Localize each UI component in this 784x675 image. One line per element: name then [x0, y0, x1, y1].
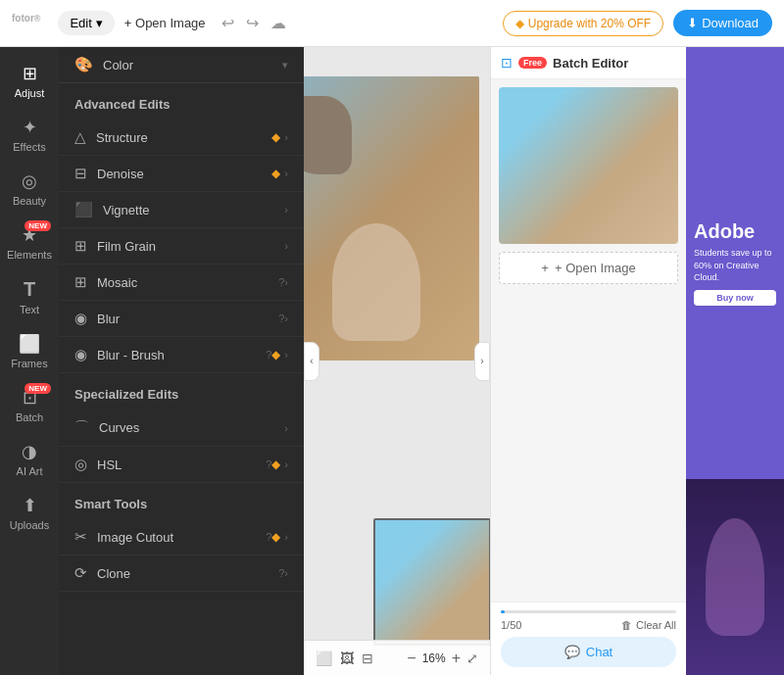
- sidebar-label-text: Text: [20, 304, 39, 315]
- color-icon: 🎨: [74, 56, 93, 73]
- main-area: ⊞ Adjust ✦ Effects ◎ Beauty NEW ★ Elemen…: [0, 47, 784, 675]
- panel-item-image-cutout[interactable]: ✂ Image Cutout ? ◆ ›: [59, 519, 304, 555]
- redo-button[interactable]: ↪: [244, 12, 261, 34]
- open-image-button[interactable]: + Open Image: [124, 16, 206, 30]
- mosaic-arrow-icon: ›: [284, 276, 288, 288]
- advanced-edits-header: Advanced Edits: [59, 83, 304, 120]
- panel-item-structure[interactable]: △ Structure ◆ ›: [59, 120, 304, 156]
- sidebar-item-adjust[interactable]: ⊞ Adjust: [0, 55, 59, 107]
- ad-figure: [706, 518, 764, 636]
- download-label: Download: [702, 16, 759, 30]
- image-cutout-premium-icon: ◆: [271, 530, 280, 544]
- mosaic-icon: ⊞: [74, 273, 87, 291]
- chevron-down-icon: ▾: [96, 16, 103, 30]
- panel-structure-label: Structure: [96, 130, 271, 145]
- panel-item-hsl[interactable]: ◎ HSL ? ◆ ›: [59, 447, 304, 483]
- main-photo: [304, 76, 479, 361]
- panel-hsl-label: HSL: [97, 458, 262, 472]
- logo-text: fotor: [12, 13, 34, 24]
- canvas-tools: ⬜ 🖼 ⊟: [316, 651, 373, 666]
- ad-top: Adobe Students save up to 60% on Creativ…: [686, 47, 784, 479]
- logo: fotor®: [12, 12, 40, 34]
- canvas-tool-image-icon[interactable]: 🖼: [340, 651, 354, 666]
- free-badge: Free: [518, 57, 547, 69]
- sidebar-item-text[interactable]: T Text: [0, 270, 59, 323]
- download-button[interactable]: ⬇ Download: [673, 10, 772, 36]
- batch-footer: 1/50 🗑 Clear All 💬 Chat: [491, 602, 686, 675]
- color-expand-icon: ▾: [282, 59, 288, 72]
- chat-icon: 💬: [564, 645, 580, 659]
- batch-open-image-button[interactable]: + + Open Image: [499, 252, 678, 284]
- upgrade-label: Upgrade with 20% OFF: [528, 17, 651, 30]
- sidebar-label-frames: Frames: [11, 358, 47, 369]
- rock-decoration: [304, 96, 352, 174]
- zoom-controls: − 16% + ⤢: [407, 650, 478, 667]
- undo-button[interactable]: ↩: [220, 12, 236, 34]
- image-cutout-icon: ✂: [74, 528, 87, 546]
- upgrade-button[interactable]: ◆ Upgrade with 20% OFF: [503, 11, 663, 36]
- download-icon: ⬇: [687, 16, 698, 30]
- specialized-edits-header: Specialized Edits: [59, 373, 304, 410]
- panel-item-clone[interactable]: ⟳ Clone ? ›: [59, 555, 304, 592]
- batch-editor-icon: ⊡: [501, 55, 513, 71]
- panel-blur-brush-label: Blur - Brush: [97, 348, 262, 362]
- zoom-in-button[interactable]: +: [452, 650, 461, 667]
- frames-icon: ⬜: [19, 333, 40, 355]
- structure-icon: △: [74, 128, 86, 146]
- denoise-arrow-icon: ›: [284, 168, 288, 179]
- sidebar-item-ai-art[interactable]: ◑ AI Art: [0, 433, 59, 485]
- panel-item-film-grain[interactable]: ⊞ Film Grain ›: [59, 228, 304, 265]
- panel-film-grain-label: Film Grain: [97, 239, 284, 254]
- canvas-tool-box-icon[interactable]: ⬜: [316, 651, 332, 666]
- panel-item-blur-brush[interactable]: ◉ Blur - Brush ? ◆ ›: [59, 337, 304, 373]
- curves-icon: ⌒: [74, 418, 89, 437]
- batch-main-thumbnail: [499, 87, 678, 244]
- ad-buy-button[interactable]: Buy now: [694, 290, 776, 306]
- batch-badge: NEW: [24, 383, 51, 394]
- edit-button[interactable]: Edit ▾: [58, 11, 114, 35]
- clear-all-button[interactable]: 🗑 Clear All: [621, 619, 676, 631]
- blur-icon: ◉: [74, 310, 87, 327]
- zoom-out-button[interactable]: −: [407, 650, 416, 667]
- sidebar-label-batch: Batch: [16, 411, 43, 423]
- clear-all-label: Clear All: [636, 619, 676, 631]
- sidebar-item-beauty[interactable]: ◎ Beauty: [0, 163, 59, 215]
- denoise-icon: ⊟: [74, 165, 87, 182]
- canvas-area: ‹ › ⬜ 🖼 ⊟ − 16% + ⤢: [304, 47, 490, 675]
- expand-panel-button[interactable]: ›: [474, 342, 490, 381]
- sidebar-label-uploads: Uploads: [10, 519, 49, 531]
- sidebar-item-frames[interactable]: ⬜ Frames: [0, 325, 59, 377]
- sidebar-label-effects: Effects: [13, 141, 45, 153]
- ad-panel: Adobe Students save up to 60% on Creativ…: [686, 47, 784, 675]
- cloud-button[interactable]: ☁: [269, 12, 288, 34]
- fullscreen-button[interactable]: ⤢: [466, 651, 478, 666]
- blur-arrow-icon: ›: [284, 313, 288, 324]
- panel-item-blur[interactable]: ◉ Blur ? ›: [59, 301, 304, 337]
- left-sidebar: ⊞ Adjust ✦ Effects ◎ Beauty NEW ★ Elemen…: [0, 47, 59, 675]
- chat-label: Chat: [586, 645, 612, 659]
- canvas-tool-crop-icon[interactable]: ⊟: [362, 651, 373, 666]
- sidebar-item-batch[interactable]: NEW ⊡ Batch: [0, 379, 59, 431]
- sidebar-item-uploads[interactable]: ⬆ Uploads: [0, 487, 59, 539]
- sidebar-item-effects[interactable]: ✦ Effects: [0, 109, 59, 161]
- chat-button[interactable]: 💬 Chat: [501, 637, 676, 667]
- batch-controls: 1/50 🗑 Clear All: [501, 619, 676, 631]
- structure-premium-icon: ◆: [271, 130, 280, 144]
- text-icon: T: [24, 278, 35, 301]
- vignette-icon: ⬛: [74, 201, 93, 218]
- panel-color-label: Color: [103, 58, 282, 72]
- hsl-premium-icon: ◆: [271, 458, 280, 471]
- collapse-panel-button[interactable]: ‹: [304, 342, 319, 381]
- vignette-arrow-icon: ›: [284, 204, 288, 216]
- panel-clone-label: Clone: [97, 566, 274, 581]
- main-photo-inner: [304, 76, 479, 361]
- film-grain-arrow-icon: ›: [284, 240, 288, 252]
- panel-item-mosaic[interactable]: ⊞ Mosaic ? ›: [59, 265, 304, 301]
- advanced-edits-section: Advanced Edits △ Structure ◆ › ⊟ Denoise…: [59, 83, 304, 373]
- sidebar-item-elements[interactable]: NEW ★ Elements: [0, 217, 59, 268]
- hsl-arrow-icon: ›: [284, 458, 288, 470]
- panel-item-color[interactable]: 🎨 Color ▾: [59, 47, 304, 83]
- panel-item-curves[interactable]: ⌒ Curves ›: [59, 410, 304, 447]
- panel-item-denoise[interactable]: ⊟ Denoise ◆ ›: [59, 156, 304, 192]
- panel-item-vignette[interactable]: ⬛ Vignette ›: [59, 192, 304, 228]
